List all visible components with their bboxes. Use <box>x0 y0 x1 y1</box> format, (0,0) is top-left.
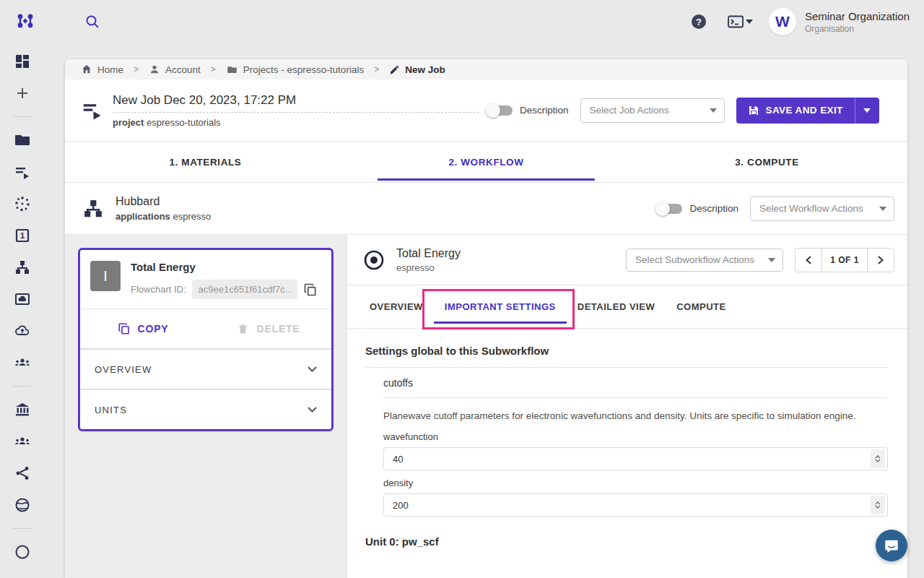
chat-bubble-icon <box>884 538 899 553</box>
folder-icon <box>226 64 238 75</box>
save-and-exit-label: SAVE AND EXIT <box>766 105 843 116</box>
delete-unit-button[interactable]: DELETE <box>206 309 331 348</box>
avatar[interactable]: W <box>769 8 796 35</box>
tab-important-settings[interactable]: IMPORTANT SETTINGS <box>434 285 567 328</box>
unit-type-badge: I <box>90 261 121 291</box>
subworkflow-actions-select[interactable]: Select Subworkflow Actions <box>626 249 783 272</box>
chat-button[interactable] <box>876 530 907 561</box>
share-icon[interactable] <box>14 465 31 482</box>
people-icon[interactable] <box>14 433 31 450</box>
copy-id-icon[interactable] <box>303 282 318 297</box>
org-block[interactable]: Seminar Organization Organisation <box>805 9 910 34</box>
sidebar-divider <box>13 116 32 117</box>
job-title[interactable]: New Job Dec 20, 2023, 17:22 PM <box>113 93 479 113</box>
jobs-icon[interactable] <box>14 163 31 181</box>
breadcrumb-label: Projects - espresso-tutorials <box>243 64 364 75</box>
tab-detailed-view[interactable]: DETAILED VIEW <box>567 285 666 328</box>
cloud-upload-icon[interactable] <box>14 322 31 340</box>
breadcrumb-account[interactable]: Account <box>149 64 201 75</box>
wavefunction-stepper[interactable] <box>871 449 885 468</box>
workflows-icon[interactable] <box>14 259 31 276</box>
bank-icon[interactable] <box>14 401 31 418</box>
settings-heading: Settings global to this Subworkflow <box>365 345 888 368</box>
tab-compute[interactable]: 3. COMPUTE <box>627 142 907 182</box>
job-title-block: New Job Dec 20, 2023, 17:22 PM project e… <box>113 93 479 128</box>
subworkflow-actions-placeholder: Select Subworkflow Actions <box>635 254 754 265</box>
density-stepper[interactable] <box>871 496 885 514</box>
pager-prev-button[interactable] <box>796 249 821 272</box>
job-step-tabs: 1. MATERIALS 2. WORKFLOW 3. COMPUTE <box>65 142 907 183</box>
radio-selected-icon <box>363 249 385 271</box>
workflow-content: I Total Energy Flowchart ID: ac9ee1c651f… <box>65 235 907 578</box>
copy-icon <box>118 322 131 335</box>
workflow-actions-placeholder: Select Workflow Actions <box>759 203 863 214</box>
copy-unit-button[interactable]: COPY <box>80 309 206 348</box>
breadcrumb-label: Home <box>97 64 123 75</box>
accordion-units-label: UNITS <box>95 405 127 415</box>
chevron-down-icon <box>746 20 753 24</box>
atoms-icon[interactable] <box>14 195 31 212</box>
globe2-icon[interactable] <box>14 543 31 561</box>
tab-important-settings-label: IMPORTANT SETTINGS <box>445 301 556 312</box>
unit-card-total-energy[interactable]: I Total Energy Flowchart ID: ac9ee1c651f… <box>78 248 334 431</box>
plus-icon[interactable] <box>14 85 31 102</box>
team-icon[interactable] <box>14 354 31 371</box>
flowchart-id-label: Flowchart ID: <box>131 284 186 295</box>
stepper-down-icon <box>875 505 881 509</box>
breadcrumb-projects[interactable]: Projects - espresso-tutorials <box>226 64 364 75</box>
terminal-icon <box>728 15 744 28</box>
sidebar-divider <box>13 528 32 529</box>
workflow-actions-select[interactable]: Select Workflow Actions <box>750 197 894 221</box>
svg-text:1: 1 <box>20 231 25 240</box>
wavefunction-input[interactable] <box>384 454 871 465</box>
tab-workflow[interactable]: 2. WORKFLOW <box>346 142 627 182</box>
flowchart-id-value[interactable]: ac9ee1c651f61cdf7c... <box>192 280 297 299</box>
workflow-description-toggle[interactable] <box>658 204 682 214</box>
workflow-icon <box>82 198 104 220</box>
tab-materials[interactable]: 1. MATERIALS <box>65 142 346 182</box>
description-toggle[interactable] <box>488 105 513 116</box>
chevron-left-icon <box>806 256 811 264</box>
dashboard-icon[interactable] <box>14 53 31 70</box>
save-and-exit-button[interactable]: SAVE AND EXIT <box>736 98 855 124</box>
folder-icon[interactable] <box>14 131 31 149</box>
org-type: Organisation <box>805 24 910 34</box>
pencil-icon <box>389 64 400 75</box>
workflow-title-block: Hubbard applications espresso <box>116 195 211 222</box>
subworkflow-panel: Total Energy espresso Select Subworkflow… <box>346 235 907 578</box>
console-menu-button[interactable] <box>728 15 753 28</box>
job-actions-select[interactable]: Select Job Actions <box>580 98 725 123</box>
help-icon[interactable]: ? <box>692 14 706 29</box>
save-more-actions-button[interactable] <box>855 98 879 124</box>
job-project: project espresso-tutorials <box>113 117 479 128</box>
accordion-overview-label: OVERVIEW <box>95 364 152 375</box>
pager-next-button[interactable] <box>868 249 894 272</box>
tab-overview[interactable]: OVERVIEW <box>359 285 434 328</box>
copy-unit-label: COPY <box>138 323 169 335</box>
globe-icon[interactable] <box>14 496 31 514</box>
breadcrumb-new-job[interactable]: New Job <box>389 64 445 75</box>
accordion-overview[interactable]: OVERVIEW <box>80 348 331 389</box>
tab-compute[interactable]: COMPUTE <box>666 285 737 328</box>
home-icon <box>81 64 92 75</box>
chevron-down-icon <box>879 207 886 211</box>
unit-0-heading: Unit 0: pw_scf <box>365 535 888 548</box>
breadcrumb-separator: > <box>374 64 379 74</box>
density-input[interactable] <box>384 500 871 511</box>
person-icon <box>149 64 160 75</box>
workflow-header: Hubbard applications espresso Descriptio… <box>65 183 907 235</box>
material-icon[interactable]: 1 <box>14 227 31 244</box>
chevron-right-icon <box>878 256 884 264</box>
workflow-title[interactable]: Hubbard <box>116 195 211 208</box>
accordion-units[interactable]: UNITS <box>80 389 331 429</box>
save-and-exit-split-button: SAVE AND EXIT <box>736 98 879 124</box>
chevron-down-icon <box>308 407 317 413</box>
app-logo-icon[interactable] <box>16 12 35 31</box>
cloud-box-icon[interactable] <box>14 290 31 308</box>
chevron-down-icon <box>768 258 775 262</box>
unit-card-header: I Total Energy Flowchart ID: ac9ee1c651f… <box>80 250 331 309</box>
search-icon[interactable] <box>84 13 101 30</box>
wavefunction-field <box>383 447 888 470</box>
breadcrumb-home[interactable]: Home <box>81 64 123 75</box>
subworkflow-title-block: Total Energy espresso <box>396 247 461 273</box>
